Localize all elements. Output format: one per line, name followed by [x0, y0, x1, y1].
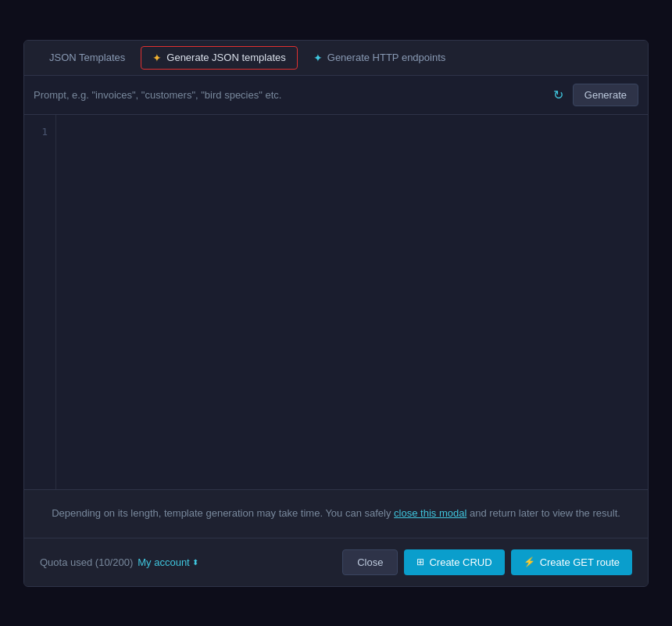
- modal-overlay: JSON Templates ✦ Generate JSON templates…: [0, 0, 672, 626]
- refresh-icon: ↻: [553, 88, 563, 102]
- tab-bar: JSON Templates ✦ Generate JSON templates…: [24, 41, 648, 76]
- generate-button[interactable]: Generate: [573, 84, 638, 106]
- tab-generate-http-endpoints[interactable]: ✦ Generate HTTP endpoints: [301, 41, 459, 75]
- close-modal-link[interactable]: close this modal: [394, 507, 466, 519]
- tab-generate-json-templates-label: Generate JSON templates: [166, 52, 285, 63]
- footer-buttons: Close ⊞ Create CRUD ⚡ Create GET route: [342, 549, 632, 575]
- sparkle-icon-cyan: ✦: [313, 52, 323, 64]
- prompt-section: ↻ Generate: [24, 76, 648, 115]
- crud-icon: ⊞: [416, 556, 424, 567]
- tab-generate-http-endpoints-label: Generate HTTP endpoints: [327, 52, 446, 63]
- quota-label: Quota used (10/200): [40, 556, 133, 568]
- create-crud-label: Create CRUD: [429, 556, 491, 568]
- tab-json-templates-label: JSON Templates: [49, 52, 125, 63]
- get-icon: ⚡: [524, 556, 535, 567]
- close-button-label: Close: [357, 556, 383, 568]
- modal-dialog: JSON Templates ✦ Generate JSON templates…: [23, 40, 649, 587]
- my-account-link[interactable]: My account ⬍: [138, 556, 198, 568]
- create-get-button[interactable]: ⚡ Create GET route: [511, 549, 632, 575]
- info-text-part2: and return later to view the result.: [466, 507, 620, 519]
- quota-section: Quota used (10/200) My account ⬍: [40, 556, 198, 568]
- generate-button-label: Generate: [584, 89, 627, 101]
- editor-area: 1: [24, 115, 648, 489]
- refresh-button[interactable]: ↻: [550, 84, 567, 106]
- tab-generate-json-templates[interactable]: ✦ Generate JSON templates: [141, 46, 297, 70]
- my-account-label: My account: [138, 556, 189, 568]
- prompt-input[interactable]: [34, 89, 544, 101]
- external-link-icon: ⬍: [192, 558, 198, 567]
- info-text-part1: Depending on its length, template genera…: [52, 507, 394, 519]
- info-section: Depending on its length, template genera…: [24, 489, 648, 538]
- create-crud-button[interactable]: ⊞ Create CRUD: [404, 549, 504, 575]
- sparkle-icon-gold: ✦: [152, 52, 162, 64]
- line-number-1: 1: [41, 126, 48, 138]
- close-button[interactable]: Close: [342, 549, 398, 575]
- editor-content[interactable]: [55, 115, 648, 489]
- footer: Quota used (10/200) My account ⬍ Close ⊞…: [24, 538, 648, 586]
- tab-json-templates[interactable]: JSON Templates: [37, 41, 138, 74]
- create-get-label: Create GET route: [540, 556, 620, 568]
- line-numbers: 1: [24, 115, 55, 489]
